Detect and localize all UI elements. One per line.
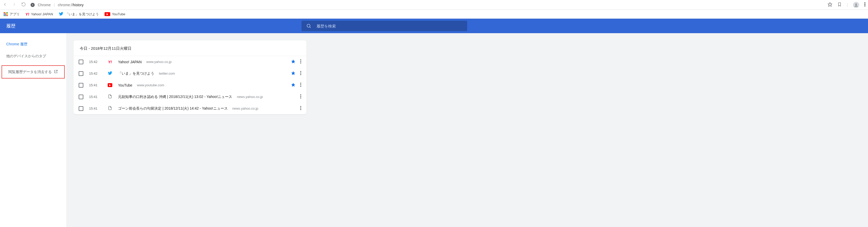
profile-avatar[interactable] — [853, 2, 859, 8]
bookmark-twitter[interactable]: 「いま」を見つけよう — [59, 11, 99, 17]
history-row[interactable]: 15:41 ゴーン前会長らの勾留決定 | 2018/12/11(火) 14:42… — [73, 103, 306, 114]
svg-marker-13 — [291, 71, 295, 75]
bookmark-yahoo[interactable]: Y! Yahoo! JAPAN — [25, 12, 53, 16]
history-row[interactable]: 15:41 YouTube www.youtube.com — [73, 79, 306, 91]
svg-marker-2 — [828, 2, 832, 6]
row-title: ゴーン前会長らの勾留決定 | 2018/12/11(火) 14:42 - Yah… — [118, 106, 228, 111]
svg-point-16 — [300, 74, 301, 75]
date-heading: 今日 - 2018年12月11日火曜日 — [73, 40, 306, 56]
svg-point-7 — [307, 24, 310, 27]
sidebar-item-label: 他のデバイスからのタブ — [6, 54, 46, 59]
row-menu-icon[interactable] — [300, 71, 301, 76]
row-checkbox[interactable] — [79, 94, 83, 99]
history-row[interactable]: 15:42 「いま」を見つけよう twitter.com — [73, 68, 306, 79]
row-favicon — [108, 106, 112, 111]
svg-point-23 — [300, 97, 301, 98]
bookmark-star-icon[interactable] — [291, 82, 296, 88]
row-title: 元副知事の口利き認める 沖縄 | 2018/12/11(火) 13:02 - Y… — [118, 94, 232, 99]
address-url: chrome://history — [58, 3, 84, 7]
sidebar-item-chrome-history[interactable]: Chrome 履歴 — [0, 38, 66, 50]
svg-point-14 — [300, 71, 301, 72]
svg-point-24 — [300, 106, 301, 107]
svg-point-11 — [300, 61, 301, 62]
search-box[interactable] — [302, 21, 467, 31]
reading-list-icon[interactable] — [837, 2, 842, 8]
bookmark-apps[interactable]: アプリ — [4, 12, 20, 17]
svg-line-8 — [310, 27, 311, 28]
sidebar-item-label: 閲覧履歴データを消去する — [8, 70, 52, 74]
sidebar: Chrome 履歴 他のデバイスからのタブ 閲覧履歴データを消去する — [0, 33, 66, 227]
browser-toolbar: Chrome | chrome://history | — [0, 0, 868, 10]
address-product: Chrome — [38, 3, 51, 7]
svg-point-18 — [300, 83, 301, 84]
twitter-icon — [108, 71, 112, 76]
svg-point-25 — [300, 108, 301, 109]
site-info-icon — [31, 3, 35, 7]
svg-point-21 — [300, 94, 301, 95]
row-url: news.yahoo.co.jp — [237, 95, 263, 99]
row-title: YouTube — [118, 83, 132, 87]
row-favicon: Y! — [108, 60, 112, 64]
search-icon — [306, 23, 311, 29]
svg-point-1 — [32, 4, 33, 5]
sidebar-item-clear-data[interactable]: 閲覧履歴データを消去する — [2, 66, 64, 78]
row-menu-icon[interactable] — [300, 83, 301, 88]
row-checkbox[interactable] — [79, 71, 83, 76]
page-icon — [108, 94, 112, 100]
svg-point-5 — [864, 4, 865, 5]
bookmarks-bar: アプリ Y! Yahoo! JAPAN 「いま」を見つけよう YouTube — [0, 10, 868, 19]
page-icon — [108, 106, 112, 111]
history-row[interactable]: 15:41 元副知事の口利き認める 沖縄 | 2018/12/11(火) 13:… — [73, 91, 306, 103]
reload-button[interactable] — [21, 2, 26, 8]
address-bar[interactable]: Chrome | chrome://history — [31, 3, 823, 7]
svg-point-19 — [300, 84, 301, 85]
row-favicon — [108, 94, 112, 100]
main-content: 今日 - 2018年12月11日火曜日 15:42 Y! Yahoo! JAPA… — [66, 33, 484, 227]
row-menu-icon[interactable] — [300, 94, 301, 99]
yahoo-icon: Y! — [25, 12, 29, 16]
search-input[interactable] — [316, 24, 462, 28]
row-checkbox[interactable] — [79, 106, 83, 111]
svg-point-6 — [864, 5, 865, 6]
bookmark-label: 「いま」を見つけよう — [65, 12, 99, 17]
row-time: 15:42 — [89, 60, 102, 64]
highlight-annotation: 閲覧履歴データを消去する — [2, 65, 65, 79]
svg-point-22 — [300, 96, 301, 97]
row-title: Yahoo! JAPAN — [118, 60, 142, 64]
svg-marker-9 — [291, 60, 295, 63]
apps-icon — [4, 12, 8, 16]
history-card: 今日 - 2018年12月11日火曜日 15:42 Y! Yahoo! JAPA… — [73, 40, 306, 114]
bookmark-star-icon[interactable] — [291, 59, 296, 64]
row-url: news.yahoo.co.jp — [232, 107, 258, 110]
row-time: 15:41 — [89, 83, 102, 87]
svg-point-20 — [300, 86, 301, 87]
divider: | — [847, 3, 848, 7]
svg-point-4 — [864, 2, 865, 3]
svg-marker-17 — [291, 83, 295, 87]
youtube-icon — [104, 12, 110, 16]
bookmark-youtube[interactable]: YouTube — [104, 12, 125, 16]
row-checkbox[interactable] — [79, 83, 83, 88]
row-menu-icon[interactable] — [300, 106, 301, 111]
row-time: 15:41 — [89, 95, 102, 99]
bookmark-star-icon[interactable] — [828, 2, 832, 8]
bookmark-label: アプリ — [9, 12, 20, 17]
row-url: www.yahoo.co.jp — [146, 60, 172, 64]
row-favicon — [108, 71, 112, 76]
row-title: 「いま」を見つけよう — [118, 71, 154, 76]
svg-point-15 — [300, 73, 301, 74]
forward-button[interactable] — [12, 2, 17, 8]
twitter-icon — [59, 11, 63, 17]
row-time: 15:42 — [89, 72, 102, 76]
history-row[interactable]: 15:42 Y! Yahoo! JAPAN www.yahoo.co.jp — [73, 56, 306, 68]
row-checkbox[interactable] — [79, 60, 83, 64]
bookmark-star-icon[interactable] — [291, 71, 296, 76]
external-link-icon — [54, 69, 58, 74]
sidebar-item-other-devices[interactable]: 他のデバイスからのタブ — [0, 50, 66, 62]
row-menu-icon[interactable] — [300, 59, 301, 64]
youtube-icon — [108, 83, 112, 87]
menu-icon[interactable] — [864, 2, 865, 7]
svg-point-12 — [300, 62, 301, 63]
svg-point-26 — [300, 109, 301, 110]
back-button[interactable] — [3, 2, 7, 8]
